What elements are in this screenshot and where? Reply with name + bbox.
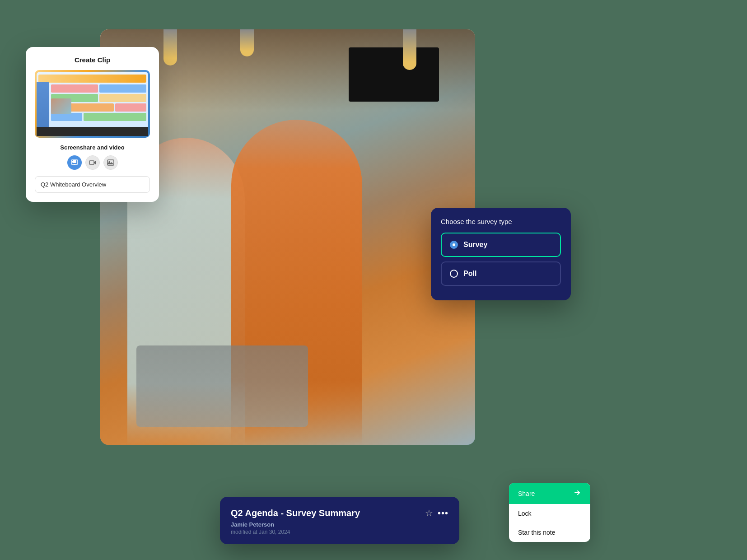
clip-preview-thumbnail — [35, 70, 150, 138]
survey-option-poll[interactable]: Poll — [441, 261, 561, 286]
note-date: modified at Jan 30, 2024 — [231, 529, 448, 535]
create-clip-card: Create Clip — [26, 47, 159, 202]
survey-radio-survey — [450, 241, 458, 249]
lock-label: Lock — [518, 510, 532, 517]
survey-radio-poll — [450, 270, 458, 278]
clip-name-input[interactable] — [35, 176, 150, 193]
context-menu-share[interactable]: Share — [509, 483, 590, 504]
image-icon-btn[interactable] — [103, 155, 118, 170]
create-clip-title: Create Clip — [35, 56, 150, 64]
clip-icon-group — [35, 155, 150, 170]
screenshare-label: Screenshare and video — [35, 144, 150, 151]
svg-point-7 — [579, 492, 580, 493]
survey-option-survey[interactable]: Survey — [441, 233, 561, 257]
survey-type-card: Choose the survey type Survey Poll — [431, 208, 571, 300]
svg-rect-4 — [89, 161, 94, 164]
context-menu-lock[interactable]: Lock — [509, 504, 590, 523]
survey-option-survey-label: Survey — [463, 241, 487, 249]
star-note-label: Star this note — [518, 529, 556, 536]
svg-point-2 — [72, 161, 74, 163]
screen-share-icon-btn[interactable] — [67, 155, 82, 170]
note-card: Q2 Agenda - Survey Summary ☆ ••• Jamie P… — [220, 497, 459, 544]
note-header: Q2 Agenda - Survey Summary ☆ ••• — [231, 508, 448, 518]
survey-card-title: Choose the survey type — [441, 218, 561, 225]
share-arrow-icon — [573, 489, 581, 498]
context-menu-star-note[interactable]: Star this note — [509, 523, 590, 542]
note-author: Jamie Peterson — [231, 521, 448, 528]
video-icon-btn[interactable] — [85, 155, 100, 170]
context-menu: Share Lock Star this note — [509, 483, 590, 542]
note-title: Q2 Agenda - Survey Summary — [231, 508, 420, 518]
survey-option-poll-label: Poll — [463, 270, 476, 278]
note-star-icon[interactable]: ☆ — [425, 508, 433, 518]
share-label: Share — [518, 490, 535, 497]
note-more-button[interactable]: ••• — [438, 508, 448, 518]
